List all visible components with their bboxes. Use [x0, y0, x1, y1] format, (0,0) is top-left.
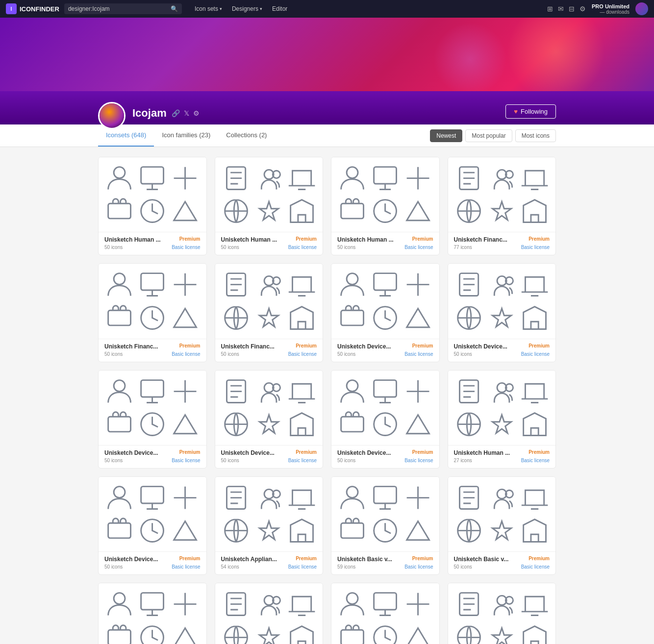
icon-set-card[interactable]: Unisketch Buildin... Premium 50 icons Ba… [448, 583, 556, 644]
icon-preview-item [170, 622, 200, 644]
license-link[interactable]: Basic license [404, 564, 433, 570]
search-icon[interactable]: 🔍 [171, 5, 178, 12]
icon-preview-item [221, 196, 251, 226]
sort-most-icons[interactable]: Most icons [515, 129, 556, 142]
profile-name: Icojam [132, 107, 167, 120]
icon-set-card[interactable]: Unisketch Financ... Premium 77 icons Bas… [448, 157, 556, 255]
icon-preview-item [170, 163, 200, 193]
card-title-row: Unisketch Device... Premium [454, 343, 550, 350]
icon-preview-item [254, 376, 284, 406]
bookmark-icon[interactable]: ⊟ [569, 5, 575, 13]
icon-preview-item [254, 516, 284, 545]
license-link[interactable]: Basic license [521, 351, 550, 357]
card-title-row: Unisketch Human ... Premium [104, 236, 201, 243]
icon-preview-item [137, 483, 167, 513]
pro-info: PRO Unlimited — downloads [592, 3, 629, 15]
icon-preview-item [370, 622, 400, 644]
pro-sub: — downloads [600, 9, 629, 15]
icon-set-card[interactable]: Unisketch Nature ... Premium 44 icons Ba… [98, 583, 207, 644]
license-link[interactable]: Basic license [404, 245, 433, 250]
icons-count: 50 icons [454, 564, 472, 570]
license-link[interactable]: Basic license [172, 245, 200, 250]
card-meta: 50 icons Basic license [454, 564, 550, 570]
icon-set-card[interactable]: Unisketch Human ... Premium 27 icons Bas… [448, 370, 556, 469]
license-link[interactable]: Basic license [288, 564, 317, 570]
icons-count: 54 icons [221, 564, 239, 570]
icon-set-card[interactable]: Unisketch Nature ... Premium 50 icons Ba… [215, 583, 324, 644]
license-link[interactable]: Basic license [288, 458, 317, 463]
icon-preview-item [287, 196, 317, 226]
icon-set-card[interactable]: Unisketch Device... Premium 50 icons Bas… [98, 476, 207, 575]
icon-set-card[interactable]: Unisketch Applian... Premium 54 icons Ba… [215, 476, 324, 575]
icon-preview-item [487, 589, 517, 619]
icon-preview-item [454, 409, 484, 439]
icon-set-card[interactable]: Unisketch Device... Premium 50 icons Bas… [98, 370, 207, 469]
icon-set-card[interactable]: Unisketch Buildin... Premium 25 icons Ba… [331, 583, 440, 644]
license-link[interactable]: Basic license [172, 564, 200, 570]
user-avatar[interactable] [635, 2, 648, 15]
icon-preview-item [254, 622, 284, 644]
follow-button[interactable]: ♥ Following [505, 104, 556, 119]
sort-popular[interactable]: Most popular [465, 129, 512, 142]
icon-set-card[interactable]: Unisketch Device... Premium 50 icons Bas… [331, 370, 440, 469]
nav-iconsets[interactable]: Icon sets ▾ [191, 3, 226, 14]
card-title: Unisketch Device... [221, 449, 275, 456]
icon-preview-item [403, 409, 433, 439]
license-link[interactable]: Basic license [521, 564, 550, 570]
license-link[interactable]: Basic license [288, 351, 317, 357]
icons-count: 50 icons [337, 458, 355, 463]
tab-collections[interactable]: Collections (2) [218, 124, 275, 147]
license-link[interactable]: Basic license [172, 351, 200, 357]
icon-preview-item [337, 409, 367, 439]
icon-set-card[interactable]: Unisketch Basic v... Premium 59 icons Ba… [331, 476, 440, 575]
icons-count: 50 icons [221, 245, 239, 250]
license-link[interactable]: Basic license [521, 458, 550, 463]
icon-set-card[interactable]: Unisketch Basic v... Premium 50 icons Ba… [448, 476, 556, 575]
icon-preview-item [287, 589, 317, 619]
mail-icon[interactable]: ✉ [558, 5, 564, 13]
icon-preview-item [487, 163, 517, 193]
icon-preview-item [287, 483, 317, 513]
twitter-icon[interactable]: 𝕏 [184, 109, 189, 117]
search-input[interactable] [68, 5, 168, 12]
icon-set-card[interactable]: Unisketch Device... Premium 50 icons Bas… [448, 263, 556, 362]
sort-buttons: Newest Most popular Most icons [430, 125, 556, 146]
grid-icon[interactable]: ⊞ [547, 5, 553, 13]
link-icon[interactable]: 🔗 [172, 109, 180, 117]
card-preview [215, 371, 323, 445]
logo[interactable]: I ICONFINDER [6, 3, 59, 14]
tab-icon-families[interactable]: Icon families (23) [154, 124, 218, 147]
card-title-row: Unisketch Device... Premium [337, 449, 433, 456]
nav-editor[interactable]: Editor [268, 3, 291, 14]
card-info: Unisketch Device... Premium 50 icons Bas… [331, 339, 439, 362]
icon-set-card[interactable]: Unisketch Financ... Premium 50 icons Bas… [98, 263, 207, 362]
icon-set-card[interactable]: Unisketch Human ... Premium 50 icons Bas… [215, 157, 324, 255]
premium-badge: Premium [179, 236, 201, 242]
card-info: Unisketch Applian... Premium 54 icons Ba… [215, 551, 323, 574]
card-info: Unisketch Human ... Premium 50 icons Bas… [215, 232, 323, 255]
icon-preview-item [337, 376, 367, 406]
card-preview [331, 477, 439, 551]
icon-preview-item [137, 196, 167, 226]
icon-preview-item [137, 409, 167, 439]
settings-icon[interactable]: ⚙ [579, 5, 586, 13]
nav-designers[interactable]: Designers ▾ [228, 3, 266, 14]
license-link[interactable]: Basic license [172, 458, 200, 463]
settings-icon[interactable]: ⚙ [193, 109, 200, 117]
icon-preview-item [403, 622, 433, 644]
license-link[interactable]: Basic license [288, 245, 317, 250]
license-link[interactable]: Basic license [404, 458, 433, 463]
icon-preview-item [287, 516, 317, 545]
card-meta: 77 icons Basic license [454, 245, 550, 250]
svg-rect-58 [108, 630, 131, 644]
icon-set-card[interactable]: Unisketch Human ... Premium 50 icons Bas… [331, 157, 440, 255]
icon-set-card[interactable]: Unisketch Human ... Premium 50 icons Bas… [98, 157, 207, 255]
icon-preview-item [403, 483, 433, 513]
icon-set-card[interactable]: Unisketch Device... Premium 50 icons Bas… [331, 263, 440, 362]
sort-newest[interactable]: Newest [430, 129, 462, 142]
svg-rect-2 [108, 203, 131, 219]
license-link[interactable]: Basic license [521, 245, 550, 250]
icon-set-card[interactable]: Unisketch Financ... Premium 50 icons Bas… [215, 263, 324, 362]
icon-set-card[interactable]: Unisketch Device... Premium 50 icons Bas… [215, 370, 324, 469]
license-link[interactable]: Basic license [404, 351, 433, 357]
